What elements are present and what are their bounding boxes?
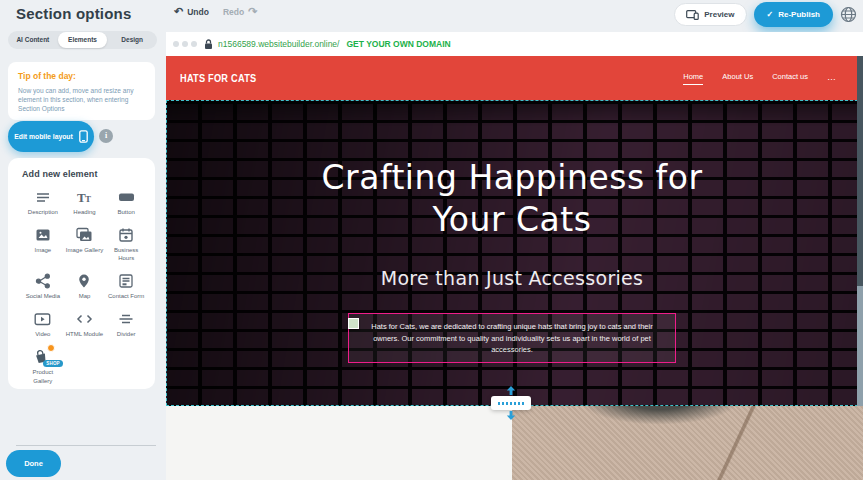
scrollbar-thumb[interactable] (857, 56, 863, 286)
site-nav: Home About Us Contact us … (683, 56, 837, 100)
element-business-hours[interactable]: Business Hours (105, 227, 147, 262)
element-description[interactable]: Description (22, 189, 64, 216)
window-dot (182, 41, 188, 47)
element-contact-form[interactable]: Contact Form (105, 273, 147, 300)
element-html-module[interactable]: HTML Module (64, 311, 106, 338)
hero-subheading[interactable]: More than Just Accessories (167, 267, 857, 289)
undo-button[interactable]: ↶ Undo (174, 6, 209, 17)
business-hours-icon (118, 227, 134, 243)
element-drag-handle[interactable] (348, 318, 359, 329)
panel-divider (16, 445, 156, 446)
tip-of-the-day-card: Tip of the day: Now you can add, move an… (8, 62, 155, 120)
tip-title: Tip of the day: (18, 71, 145, 81)
site-preview: n1566589.websitebuilder.online/ GET YOUR… (166, 32, 863, 480)
language-globe-button[interactable] (840, 6, 857, 23)
undo-icon: ↶ (174, 6, 183, 17)
website-builder-app: Section options ↶ Undo Redo ↷ Preview ✓ … (0, 0, 863, 480)
nav-contact-us[interactable]: Contact us (772, 72, 808, 84)
element-video[interactable]: Video (22, 311, 64, 338)
carpet-photo (512, 406, 863, 480)
element-image-gallery[interactable]: Image Gallery (64, 227, 106, 262)
element-social-media[interactable]: Social Media (22, 273, 64, 300)
svg-text:T: T (85, 194, 91, 204)
window-controls (173, 41, 197, 47)
element-map[interactable]: Map (64, 273, 106, 300)
image-gallery-icon (76, 227, 93, 243)
element-grid: Description TT Heading Button Image Imag… (22, 189, 147, 385)
edit-mobile-layout-button[interactable]: Edit mobile layout (8, 121, 94, 152)
text-lines-icon (35, 189, 51, 205)
new-badge-icon (47, 344, 55, 352)
hero-section-selected[interactable]: Crafting Happiness for Your Cats More th… (166, 100, 858, 406)
share-icon (35, 273, 51, 289)
get-domain-link[interactable]: GET YOUR OWN DOMAIN (346, 39, 450, 49)
preview-scrollbar[interactable] (857, 56, 863, 406)
hero-paragraph: Hats for Cats, we are dedicated to craft… (371, 322, 652, 354)
hero-heading[interactable]: Crafting Happiness for Your Cats (167, 101, 857, 241)
element-heading[interactable]: TT Heading (64, 189, 106, 216)
lock-icon (204, 39, 213, 50)
phone-icon (79, 130, 88, 143)
code-icon (76, 311, 93, 327)
info-icon[interactable]: i (99, 129, 113, 143)
element-image[interactable]: Image (22, 227, 64, 262)
browser-bar: n1566589.websitebuilder.online/ GET YOUR… (166, 32, 863, 56)
drag-dashes-icon (498, 402, 524, 405)
arrow-up-icon (506, 386, 516, 395)
tab-ai-content[interactable]: AI Content (8, 32, 58, 48)
preview-label: Preview (704, 10, 734, 19)
done-button[interactable]: Done (6, 450, 61, 477)
divider-icon (118, 311, 134, 327)
hero-paragraph-box[interactable]: Hats for Cats, we are dedicated to craft… (348, 313, 676, 363)
nav-more[interactable]: … (827, 72, 837, 85)
add-element-panel: Add new element Description TT Heading B… (8, 158, 155, 389)
section-resize-handle[interactable] (491, 396, 531, 410)
contact-form-icon (118, 273, 134, 289)
site-url[interactable]: n1566589.websitebuilder.online/ (218, 39, 339, 49)
devices-icon (686, 10, 699, 20)
nav-home[interactable]: Home (683, 72, 703, 85)
window-dot (173, 41, 179, 47)
element-product-gallery[interactable]: SHOP Product Gallery (22, 349, 64, 384)
image-icon (35, 227, 51, 243)
preview-button[interactable]: Preview (674, 3, 746, 26)
page-title: Section options (16, 5, 132, 22)
site-header: HATS FOR CATS Home About Us Contact us … (166, 56, 863, 100)
tip-body: Now you can add, move and resize any ele… (18, 86, 145, 114)
redo-button[interactable]: Redo ↷ (223, 6, 257, 17)
window-dot (191, 41, 197, 47)
add-element-title: Add new element (22, 169, 147, 179)
redo-icon: ↷ (248, 6, 257, 17)
undo-label: Undo (187, 7, 209, 17)
video-icon (34, 311, 51, 327)
element-button[interactable]: Button (105, 189, 147, 216)
map-pin-icon (76, 273, 92, 289)
site-logo[interactable]: HATS FOR CATS (180, 72, 256, 84)
button-icon (118, 189, 135, 205)
edit-mobile-label: Edit mobile layout (14, 133, 73, 140)
globe-icon (840, 6, 857, 23)
nav-about-us[interactable]: About Us (722, 72, 753, 84)
check-icon: ✓ (767, 10, 774, 19)
shop-badge: SHOP (43, 360, 63, 367)
tab-design[interactable]: Design (107, 32, 157, 48)
topbar-actions: Preview ✓ Re-Publish (674, 2, 857, 27)
redo-label: Redo (223, 7, 244, 17)
arrow-down-icon (506, 411, 516, 420)
republish-label: Re-Publish (778, 10, 820, 19)
undo-redo-group: ↶ Undo Redo ↷ (174, 6, 257, 17)
tab-elements[interactable]: Elements (58, 32, 108, 48)
heading-icon: TT (76, 189, 92, 205)
element-divider[interactable]: Divider (105, 311, 147, 338)
republish-button[interactable]: ✓ Re-Publish (754, 2, 833, 27)
panel-tabs: AI Content Elements Design (8, 31, 157, 49)
